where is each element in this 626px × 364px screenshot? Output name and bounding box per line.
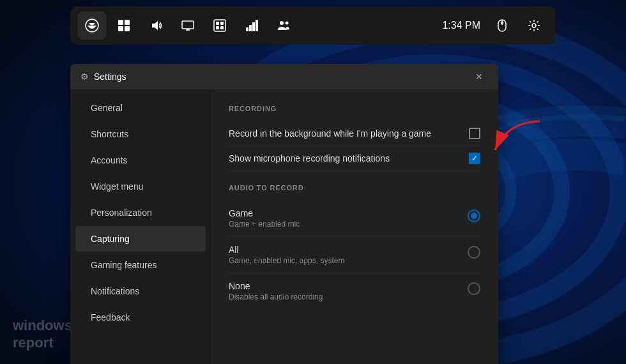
settings-body: General Shortcuts Accounts Widget menu P… bbox=[70, 89, 498, 364]
background-record-label: Record in the background while I'm playi… bbox=[229, 128, 431, 139]
recording-section-label: RECORDING bbox=[229, 105, 480, 112]
widget-taskbar-icon[interactable] bbox=[110, 11, 138, 40]
audio-all-option: All Game, enabled mic, apps, system bbox=[229, 237, 480, 273]
svg-rect-16 bbox=[220, 22, 224, 25]
audio-game-option: Game Game + enabled mic bbox=[229, 201, 480, 237]
sidebar-item-notifications[interactable]: Notifications bbox=[75, 278, 206, 304]
audio-none-label: None bbox=[229, 281, 323, 291]
svg-point-23 bbox=[280, 21, 284, 25]
mouse-taskbar-icon[interactable] bbox=[488, 11, 516, 40]
sidebar-item-widget-menu[interactable]: Widget menu bbox=[75, 174, 206, 199]
watermark-line2: report bbox=[13, 335, 72, 351]
settings-titlebar: ⚙ Settings ✕ bbox=[70, 64, 498, 89]
svg-rect-6 bbox=[118, 20, 123, 25]
audio-section-label: AUDIO TO RECORD bbox=[229, 184, 480, 192]
audio-none-option: None Disables all audio recording bbox=[229, 273, 480, 309]
settings-content: RECORDING Record in the background while… bbox=[211, 89, 498, 364]
svg-rect-11 bbox=[182, 21, 194, 29]
svg-point-28 bbox=[532, 24, 536, 27]
people-taskbar-icon[interactable] bbox=[270, 11, 298, 40]
background-record-checkbox[interactable] bbox=[469, 128, 480, 139]
audio-none-sublabel: Disables all audio recording bbox=[229, 292, 323, 301]
svg-rect-20 bbox=[249, 25, 252, 31]
svg-rect-22 bbox=[256, 20, 258, 31]
sidebar-item-feedback[interactable]: Feedback bbox=[75, 305, 206, 330]
settings-taskbar-icon[interactable] bbox=[520, 11, 548, 40]
sidebar-item-gaming-features[interactable]: Gaming features bbox=[75, 252, 206, 278]
audio-all-sublabel: Game, enabled mic, apps, system bbox=[229, 256, 344, 265]
audio-game-label: Game bbox=[229, 208, 300, 218]
svg-rect-19 bbox=[246, 27, 248, 31]
watermark: windows report bbox=[13, 317, 72, 351]
svg-point-24 bbox=[286, 22, 289, 25]
svg-rect-8 bbox=[118, 26, 123, 31]
svg-rect-17 bbox=[216, 26, 219, 29]
audio-all-label: All bbox=[229, 245, 344, 255]
audio-none-radio[interactable] bbox=[468, 282, 480, 295]
mic-notification-checkbox[interactable]: ✓ bbox=[469, 153, 480, 164]
sidebar-item-general[interactable]: General bbox=[75, 95, 206, 121]
watermark-line1: windows bbox=[13, 317, 72, 334]
svg-rect-9 bbox=[125, 26, 130, 31]
volume-taskbar-icon[interactable] bbox=[142, 11, 170, 40]
sidebar-item-shortcuts[interactable]: Shortcuts bbox=[75, 121, 206, 147]
performance-taskbar-icon[interactable] bbox=[238, 11, 266, 40]
svg-rect-15 bbox=[216, 22, 219, 25]
svg-point-27 bbox=[501, 22, 503, 24]
taskbar-time: 1:34 PM bbox=[438, 20, 484, 31]
settings-close-button[interactable]: ✕ bbox=[470, 68, 488, 86]
sidebar-item-capturing[interactable]: Capturing bbox=[75, 226, 206, 252]
svg-marker-10 bbox=[152, 21, 158, 30]
svg-rect-18 bbox=[220, 26, 224, 29]
audio-all-radio[interactable] bbox=[468, 246, 480, 259]
sidebar-item-accounts[interactable]: Accounts bbox=[75, 148, 206, 173]
mic-notification-label: Show microphone recording notifications bbox=[229, 153, 390, 163]
settings-window: ⚙ Settings ✕ General Shortcuts Accounts … bbox=[70, 64, 498, 364]
background-record-row: Record in the background while I'm playi… bbox=[229, 121, 480, 146]
taskbar: 1:34 PM bbox=[70, 6, 556, 45]
mic-notification-row: Show microphone recording notifications … bbox=[229, 146, 480, 171]
svg-rect-14 bbox=[214, 20, 225, 31]
sidebar-item-personalization[interactable]: Personalization bbox=[75, 200, 206, 225]
gallery-taskbar-icon[interactable] bbox=[206, 11, 234, 40]
xbox-taskbar-icon[interactable] bbox=[78, 11, 106, 40]
svg-rect-21 bbox=[252, 22, 255, 31]
audio-game-radio[interactable] bbox=[468, 209, 480, 222]
settings-sidebar: General Shortcuts Accounts Widget menu P… bbox=[70, 89, 211, 364]
screen-taskbar-icon[interactable] bbox=[174, 11, 202, 40]
settings-title-icon: ⚙ bbox=[80, 72, 89, 82]
settings-title: Settings bbox=[94, 72, 465, 82]
svg-rect-7 bbox=[125, 20, 130, 25]
audio-game-sublabel: Game + enabled mic bbox=[229, 220, 300, 229]
